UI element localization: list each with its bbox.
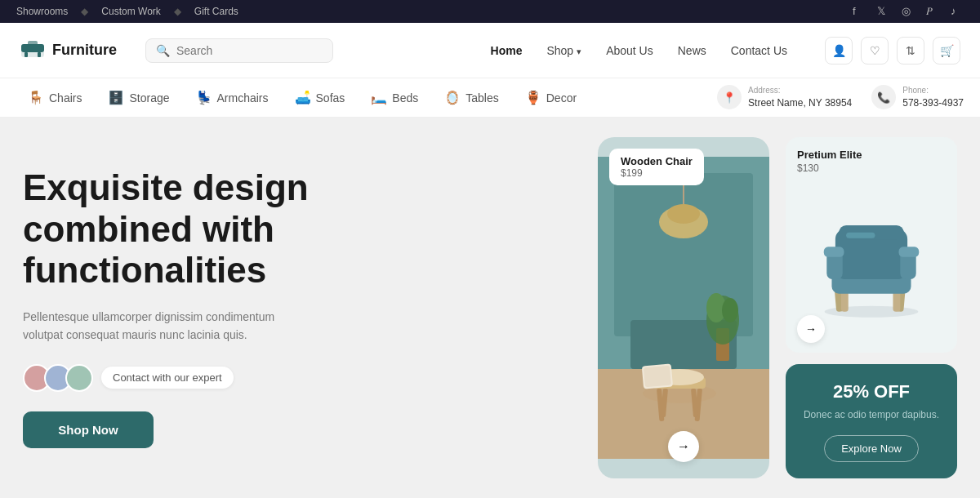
chairs-icon: 🪑 <box>28 90 44 105</box>
right-product-name: Pretium Elite <box>797 149 946 161</box>
center-product-price: $199 <box>621 167 693 179</box>
svg-rect-24 <box>644 366 671 388</box>
topbar-social-icons: f 𝕏 ◎ 𝑃 ♪ <box>853 5 964 18</box>
chair-image <box>797 180 946 341</box>
address-label: Address: <box>748 85 852 96</box>
center-product-label: Wooden Chair $199 <box>609 149 704 185</box>
phone-icon: 📞 <box>871 85 896 109</box>
twitter-icon[interactable]: 𝕏 <box>877 5 890 18</box>
svg-rect-3 <box>38 52 41 57</box>
product-card-arrow-btn[interactable]: → <box>797 315 825 343</box>
beds-icon: 🛏️ <box>371 90 387 105</box>
storage-icon: 🗄️ <box>108 90 124 105</box>
contact-info: 📍 Address: Street Name, NY 38954 📞 Phone… <box>717 85 964 110</box>
phone-block: 📞 Phone: 578-393-4937 <box>871 85 964 110</box>
address-block: 📍 Address: Street Name, NY 38954 <box>717 85 852 110</box>
category-chairs[interactable]: 🪑 Chairs <box>16 85 93 110</box>
pinterest-icon[interactable]: 𝑃 <box>926 5 939 18</box>
category-tables-label: Tables <box>466 91 498 104</box>
category-sofas[interactable]: 🛋️ Sofas <box>283 85 357 110</box>
share-icon-btn[interactable]: ⇅ <box>897 37 924 64</box>
cart-icon-btn[interactable]: 🛒 <box>933 37 960 64</box>
category-chairs-label: Chairs <box>49 91 82 104</box>
category-decor-label: Decor <box>546 91 577 104</box>
topbar-links: Showrooms ◆ Custom Work ◆ Gift Cards <box>16 6 238 17</box>
explore-now-button[interactable]: Explore Now <box>824 435 919 462</box>
category-tables[interactable]: 🪞 Tables <box>433 85 510 110</box>
tables-icon: 🪞 <box>444 90 461 105</box>
logo-text: Furniture <box>52 42 117 59</box>
category-beds-label: Beds <box>392 91 418 104</box>
hero-section: Exquisite design combined with functiona… <box>0 118 980 498</box>
shop-now-button[interactable]: Shop Now <box>23 411 154 448</box>
category-sofas-label: Sofas <box>316 91 345 104</box>
user-icon: 👤 <box>832 44 846 57</box>
room-scene <box>598 137 769 478</box>
product-card: Pretium Elite $130 <box>786 137 957 353</box>
topbar-showrooms[interactable]: Showrooms <box>16 6 68 17</box>
heart-icon: ♡ <box>870 44 880 57</box>
nav-home[interactable]: Home <box>481 39 532 62</box>
promo-title: 25% OFF <box>833 381 910 402</box>
logo[interactable]: Furniture <box>20 39 126 62</box>
tiktok-icon[interactable]: ♪ <box>951 5 964 18</box>
nav-news[interactable]: News <box>668 39 716 62</box>
category-storage[interactable]: 🗄️ Storage <box>96 85 180 110</box>
svg-rect-36 <box>899 247 920 256</box>
avatar-3 <box>65 364 93 392</box>
phone-value: 578-393-4937 <box>902 96 964 110</box>
topbar-custom-work[interactable]: Custom Work <box>101 6 160 17</box>
hero-center-card: Wooden Chair $199 <box>598 137 769 478</box>
category-list: 🪑 Chairs 🗄️ Storage 💺 Armchairs 🛋️ Sofas… <box>16 85 588 110</box>
svg-rect-37 <box>846 232 875 238</box>
promo-description: Donec ac odio tempor dapibus. <box>804 407 939 422</box>
nav-about[interactable]: About Us <box>596 39 663 62</box>
category-bar: 🪑 Chairs 🗄️ Storage 💺 Armchairs 🛋️ Sofas… <box>0 78 980 118</box>
right-product-price: $130 <box>797 162 946 174</box>
cart-icon: 🛒 <box>940 44 954 57</box>
armchair-svg <box>802 200 941 322</box>
armchairs-icon: 💺 <box>196 90 212 105</box>
share-icon: ⇅ <box>906 44 915 57</box>
hero-title: Exquisite design combined with functiona… <box>23 167 565 291</box>
search-input[interactable] <box>176 44 323 57</box>
expert-avatars <box>23 364 93 392</box>
topbar-gift-cards[interactable]: Gift Cards <box>194 6 238 17</box>
decor-icon: 🏺 <box>525 90 541 105</box>
location-icon: 📍 <box>717 85 742 109</box>
hero-description: Pellentesque ullamcorper dignissim condi… <box>23 308 301 345</box>
category-armchairs[interactable]: 💺 Armchairs <box>185 85 280 110</box>
hero-text: Exquisite design combined with functiona… <box>23 137 581 478</box>
shop-dropdown-icon <box>577 44 581 57</box>
sofas-icon: 🛋️ <box>295 90 311 105</box>
main-nav: Home Shop About Us News Contact Us <box>481 39 797 62</box>
svg-point-15 <box>722 298 738 322</box>
expert-row: Contact with our expert <box>23 364 565 392</box>
hero-right-panels: Pretium Elite $130 <box>786 137 957 478</box>
center-card-arrow-btn[interactable]: → <box>668 431 699 462</box>
nav-shop[interactable]: Shop <box>537 39 591 62</box>
wishlist-icon-btn[interactable]: ♡ <box>861 37 889 64</box>
svg-rect-4 <box>28 41 38 47</box>
category-decor[interactable]: 🏺 Decor <box>514 85 588 110</box>
svg-rect-34 <box>824 247 844 256</box>
logo-icon <box>20 39 46 62</box>
address-value: Street Name, NY 38954 <box>748 96 852 110</box>
search-bar[interactable]: 🔍 <box>145 38 333 63</box>
promo-card: 25% OFF Donec ac odio tempor dapibus. Ex… <box>786 364 957 478</box>
category-storage-label: Storage <box>129 91 169 104</box>
facebook-icon[interactable]: f <box>853 5 866 18</box>
svg-rect-2 <box>24 52 28 57</box>
instagram-icon[interactable]: ◎ <box>902 5 915 18</box>
category-armchairs-label: Armchairs <box>217 91 269 104</box>
nav-contact[interactable]: Contact Us <box>721 39 797 62</box>
svg-point-11 <box>667 204 700 224</box>
category-beds[interactable]: 🛏️ Beds <box>359 85 430 110</box>
header-action-icons: 👤 ♡ ⇅ 🛒 <box>825 37 960 64</box>
center-product-name: Wooden Chair <box>621 155 693 167</box>
topbar: Showrooms ◆ Custom Work ◆ Gift Cards f 𝕏… <box>0 0 980 23</box>
phone-label: Phone: <box>902 85 964 96</box>
header: Furniture 🔍 Home Shop About Us News Cont… <box>0 23 980 78</box>
user-icon-btn[interactable]: 👤 <box>825 37 853 64</box>
expert-contact-text: Contact with our expert <box>101 367 234 389</box>
